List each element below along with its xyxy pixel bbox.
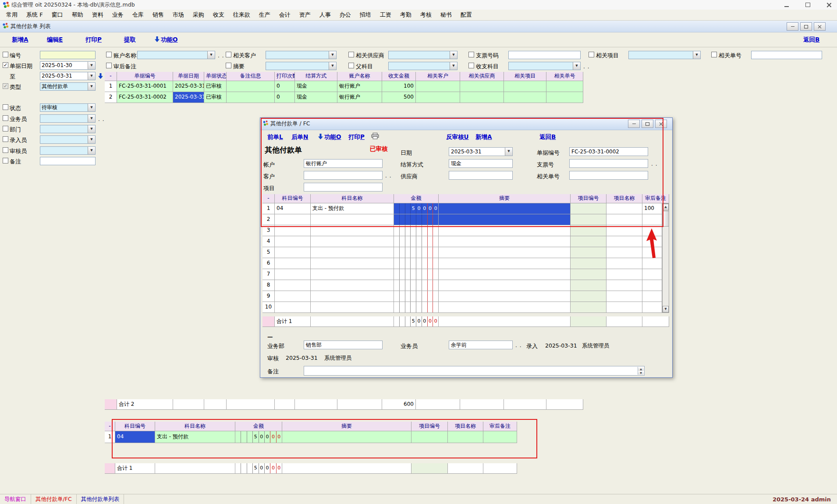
grid-cell[interactable] (394, 225, 439, 236)
grid-header-cell[interactable]: 金额 (394, 194, 439, 203)
grid-cell[interactable] (394, 247, 439, 258)
status-tab-payment-doc[interactable]: 其他付款单/FC (31, 494, 77, 504)
dropdown-button[interactable]: ▼ (88, 125, 95, 133)
detail-row-cell[interactable]: 1 (105, 431, 115, 443)
grid-cell[interactable]: 2 (262, 214, 275, 225)
dropdown-button[interactable]: ▼ (88, 136, 95, 143)
list-row-cell[interactable]: 0 (275, 81, 295, 92)
detail-row-cell[interactable] (483, 431, 517, 443)
filter-checkbox[interactable] (348, 52, 354, 57)
grid-cell[interactable] (275, 236, 311, 247)
grid-header-cell[interactable]: 项目名称 (606, 194, 642, 203)
grid-cell[interactable] (642, 247, 662, 258)
list-row-cell[interactable] (416, 81, 460, 92)
grid-cell[interactable] (311, 269, 394, 280)
grid-cell[interactable] (606, 291, 642, 302)
grid-cell[interactable]: 支出 - 预付款 (311, 203, 394, 214)
filter-input[interactable]: ▼ (40, 114, 96, 123)
grid-cell[interactable] (439, 236, 571, 247)
grid-header-cell[interactable]: 项目编号 (571, 194, 606, 203)
spin-down-icon[interactable]: ▼ (638, 371, 644, 375)
scroll-down-button[interactable]: ▼ (663, 306, 669, 312)
filter-input[interactable]: 其他付款单▼ (40, 82, 96, 91)
grid-cell[interactable] (439, 247, 571, 258)
filter-checkbox[interactable] (226, 63, 231, 68)
list-row-cell[interactable]: 现金 (295, 92, 337, 103)
grid-cell[interactable] (311, 236, 394, 247)
filter-checkbox[interactable] (589, 52, 594, 57)
dept-input[interactable]: 销售部 (304, 341, 383, 349)
grid-cell[interactable] (311, 302, 394, 313)
grid-cell[interactable] (311, 225, 394, 236)
grid-cell[interactable] (439, 291, 571, 302)
agent-lookup-dots[interactable]: . . (515, 342, 521, 348)
list-row-cell[interactable]: 2025-03-31 (173, 92, 204, 103)
grid-cell[interactable] (606, 225, 642, 236)
scroll-thumb[interactable] (663, 211, 669, 227)
grid-cell[interactable] (571, 291, 606, 302)
grid-cell[interactable] (571, 203, 606, 214)
filter-checkbox[interactable] (106, 52, 112, 57)
list-header-cell[interactable]: 相关供应商 (460, 72, 504, 81)
filter-input[interactable]: ▼ (266, 51, 337, 59)
grid-cell[interactable] (606, 203, 642, 214)
filter-input[interactable]: 2025-01-30▼ (40, 61, 96, 70)
apply-filter-arrow-icon[interactable] (98, 73, 103, 80)
grid-cell[interactable]: 4 (262, 236, 275, 247)
list-row-cell[interactable] (504, 81, 546, 92)
filter-input[interactable] (751, 51, 822, 59)
true[interactable]: 科目编号 (115, 422, 155, 431)
true[interactable]: 摘要 (282, 422, 411, 431)
grid-vertical-scrollbar[interactable]: ▲▼ (662, 203, 669, 313)
status-nav-window[interactable]: 导航窗口 (0, 494, 31, 504)
grid-cell[interactable] (311, 291, 394, 302)
filter-input[interactable]: ▼ (40, 146, 96, 155)
grid-cell[interactable] (642, 302, 662, 313)
dropdown-button[interactable]: ▼ (88, 62, 95, 69)
detail-row-cell[interactable]: 支出 - 预付款 (155, 431, 235, 443)
list-header-cell[interactable]: 单据编号 (117, 72, 173, 81)
dropdown-button[interactable]: ▼ (450, 62, 457, 70)
dropdown-button[interactable]: ▼ (329, 62, 336, 70)
filter-input[interactable]: 2025-03-31▼ (40, 72, 96, 80)
true[interactable]: 项目名称 (448, 422, 483, 431)
status-tab-payment-list[interactable]: 其他付款单列表 (77, 494, 124, 504)
dropdown-button[interactable]: ▼ (88, 104, 95, 111)
list-row-cell[interactable]: FC-25-03-31-0002 (117, 92, 173, 103)
list-row-cell[interactable]: 2025-03-31 (173, 81, 204, 92)
filter-checkbox[interactable] (3, 52, 8, 57)
dropdown-button[interactable]: ▼ (450, 51, 457, 59)
grid-cell[interactable]: 10 (262, 302, 275, 313)
grid-cell[interactable] (571, 269, 606, 280)
list-row-cell[interactable] (227, 92, 275, 103)
grid-cell[interactable] (571, 302, 606, 313)
list-header-cell[interactable]: 收支金额 (382, 72, 416, 81)
agent-input[interactable]: 余学前 (449, 341, 513, 349)
dropdown-button[interactable]: ▼ (573, 62, 580, 70)
true[interactable]: 科目名称 (155, 422, 235, 431)
filter-checkbox[interactable]: ✓ (3, 62, 8, 68)
list-row-cell[interactable]: 现金 (295, 81, 337, 92)
list-row-cell[interactable]: 银行账户 (337, 92, 382, 103)
filter-input[interactable]: 待审核▼ (40, 103, 96, 112)
grid-cell[interactable] (571, 214, 606, 225)
list-header-cell[interactable]: 单据状态 (204, 72, 227, 81)
grid-cell[interactable] (642, 269, 662, 280)
grid-cell[interactable] (275, 280, 311, 291)
grid-cell[interactable] (394, 302, 439, 313)
grid-cell[interactable] (606, 280, 642, 291)
grid-cell[interactable] (394, 258, 439, 269)
filter-input[interactable] (40, 51, 96, 59)
grid-cell[interactable]: 100 (642, 203, 662, 214)
list-header-cell[interactable]: 结算方式 (295, 72, 337, 81)
list-header-cell[interactable]: 备注信息 (227, 72, 275, 81)
detail-row-cell[interactable] (282, 431, 411, 443)
list-header-cell[interactable]: - (105, 72, 117, 81)
grid-cell[interactable] (571, 258, 606, 269)
filter-input[interactable]: ▼ (137, 51, 215, 59)
list-row-cell[interactable]: 100 (382, 81, 416, 92)
filter-checkbox[interactable] (3, 158, 8, 163)
list-row-cell[interactable]: 银行账户 (337, 81, 382, 92)
list-row-cell[interactable]: 2 (105, 92, 117, 103)
list-row-cell[interactable] (546, 92, 583, 103)
